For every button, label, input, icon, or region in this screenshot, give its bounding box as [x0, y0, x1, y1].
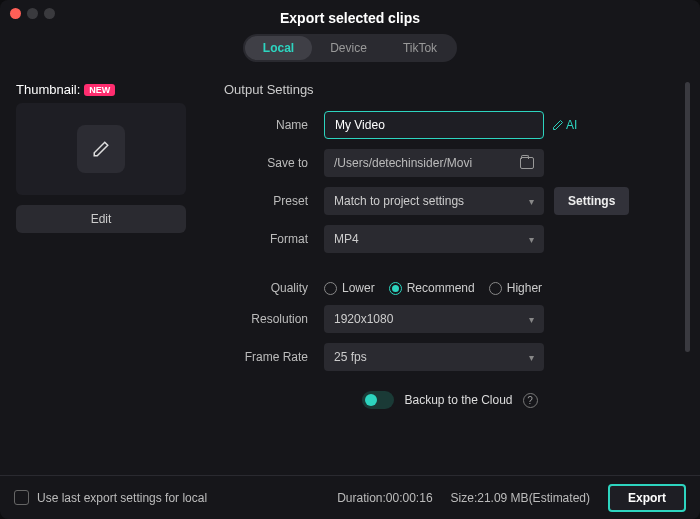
preset-label: Preset [224, 194, 324, 208]
use-last-label: Use last export settings for local [37, 491, 207, 505]
name-input[interactable] [324, 111, 544, 139]
zoom-icon[interactable] [44, 8, 55, 19]
scrollbar[interactable] [685, 82, 690, 352]
backup-toggle[interactable] [362, 391, 394, 409]
export-dialog: Export selected clips Local Device TikTo… [0, 0, 700, 519]
chevron-down-icon: ▾ [529, 234, 534, 245]
quality-higher-radio[interactable]: Higher [489, 281, 542, 295]
size-info: Size:21.09 MB(Estimated) [451, 491, 590, 505]
minimize-icon[interactable] [27, 8, 38, 19]
duration-info: Duration:00:00:16 [337, 491, 432, 505]
thumbnail-label: Thumbnail: NEW [16, 82, 204, 97]
saveto-label: Save to [224, 156, 324, 170]
quality-label: Quality [224, 281, 324, 295]
pencil-icon [77, 125, 125, 173]
use-last-checkbox[interactable] [14, 490, 29, 505]
footer: Use last export settings for local Durat… [0, 475, 700, 519]
export-tabs: Local Device TikTok [0, 34, 700, 70]
tab-tiktok[interactable]: TikTok [385, 36, 455, 60]
saveto-field[interactable]: /Users/detechinsider/Movi [324, 149, 544, 177]
thumbnail-label-text: Thumbnail: [16, 82, 80, 97]
framerate-value: 25 fps [334, 350, 367, 364]
new-badge: NEW [84, 84, 115, 96]
chevron-down-icon: ▾ [529, 314, 534, 325]
dialog-title: Export selected clips [0, 0, 700, 34]
quality-higher-label: Higher [507, 281, 542, 295]
name-label: Name [224, 118, 324, 132]
quality-recommend-radio[interactable]: Recommend [389, 281, 475, 295]
format-select[interactable]: MP4 ▾ [324, 225, 544, 253]
backup-label: Backup to the Cloud [404, 393, 512, 407]
folder-icon[interactable] [520, 157, 534, 169]
quality-lower-radio[interactable]: Lower [324, 281, 375, 295]
framerate-label: Frame Rate [224, 350, 324, 364]
settings-button[interactable]: Settings [554, 187, 629, 215]
chevron-down-icon: ▾ [529, 196, 534, 207]
quality-lower-label: Lower [342, 281, 375, 295]
framerate-select[interactable]: 25 fps ▾ [324, 343, 544, 371]
preset-select[interactable]: Match to project settings ▾ [324, 187, 544, 215]
help-icon[interactable]: ? [523, 393, 538, 408]
chevron-down-icon: ▾ [529, 352, 534, 363]
ai-icon[interactable]: AI [552, 118, 577, 132]
export-button[interactable]: Export [608, 484, 686, 512]
preset-value: Match to project settings [334, 194, 464, 208]
resolution-label: Resolution [224, 312, 324, 326]
format-value: MP4 [334, 232, 359, 246]
edit-button[interactable]: Edit [16, 205, 186, 233]
saveto-value: /Users/detechinsider/Movi [334, 156, 472, 170]
close-icon[interactable] [10, 8, 21, 19]
quality-recommend-label: Recommend [407, 281, 475, 295]
ai-label: AI [566, 118, 577, 132]
tab-device[interactable]: Device [312, 36, 385, 60]
format-label: Format [224, 232, 324, 246]
resolution-value: 1920x1080 [334, 312, 393, 326]
thumbnail-preview[interactable] [16, 103, 186, 195]
window-controls [10, 8, 55, 19]
output-settings-title: Output Settings [224, 82, 676, 97]
tab-local[interactable]: Local [245, 36, 312, 60]
resolution-select[interactable]: 1920x1080 ▾ [324, 305, 544, 333]
